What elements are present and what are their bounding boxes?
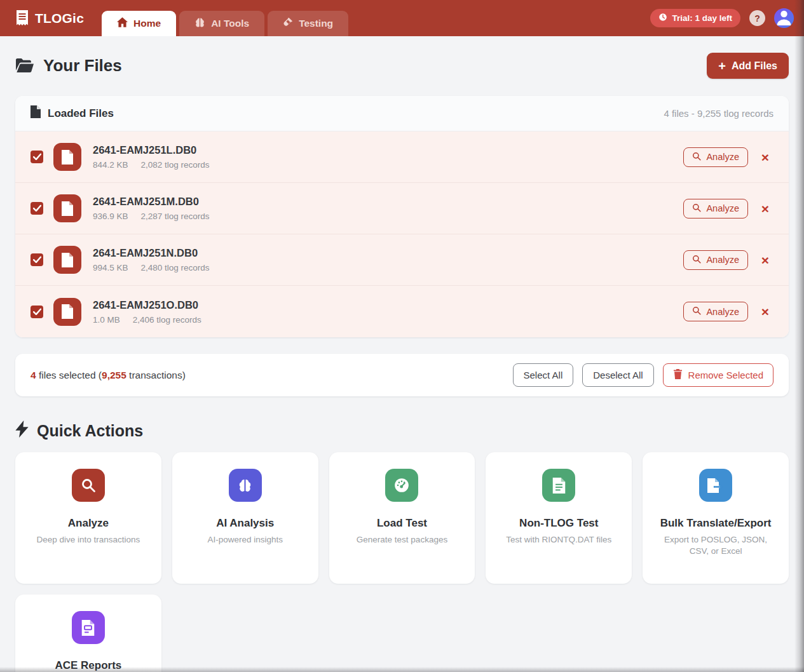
file-records: 2,082 tlog records xyxy=(141,160,210,170)
check-icon xyxy=(33,151,41,163)
remove-selected-button[interactable]: Remove Selected xyxy=(663,363,773,387)
file-records: 2,480 tlog records xyxy=(141,263,210,272)
close-icon: × xyxy=(761,304,769,319)
plus-icon: + xyxy=(718,60,726,72)
file-checkbox[interactable] xyxy=(31,306,43,318)
report-icon xyxy=(72,611,105,644)
file-name: 2641-EAMJ251L.DB0 xyxy=(93,144,210,156)
search-icon xyxy=(692,152,701,163)
file-type-icon xyxy=(53,298,81,326)
brain-icon xyxy=(194,17,205,30)
file-lines-icon xyxy=(542,469,575,502)
page-title: Your Files xyxy=(15,56,122,76)
folder-open-icon xyxy=(15,58,34,74)
file-size: 994.5 KB xyxy=(93,263,128,272)
select-all-button[interactable]: Select All xyxy=(513,363,574,387)
file-icon xyxy=(31,105,41,121)
app-logo: TLOGic xyxy=(9,10,90,27)
loaded-files-title: Loaded Files xyxy=(48,107,114,120)
loaded-files-summary: 4 files - 9,255 tlog records xyxy=(664,108,773,119)
quick-actions-title: Quick Actions xyxy=(15,420,789,441)
deselect-all-button[interactable]: Deselect All xyxy=(582,363,653,387)
trash-icon xyxy=(673,369,683,381)
tab-home[interactable]: Home xyxy=(102,11,176,36)
bolt-icon xyxy=(15,420,29,441)
question-icon: ? xyxy=(754,13,760,24)
close-icon: × xyxy=(761,150,769,165)
help-button[interactable]: ? xyxy=(749,10,765,26)
brain-icon xyxy=(229,469,262,502)
loaded-files-card: Loaded Files 4 files - 9,255 tlog record… xyxy=(15,96,789,337)
file-checkbox[interactable] xyxy=(31,151,43,163)
analyze-button[interactable]: Analyze xyxy=(683,199,748,218)
remove-file-button[interactable]: × xyxy=(757,200,773,217)
gauge-icon xyxy=(385,469,418,502)
file-row: 2641-EAMJ251M.DB0 936.9 KB 2,287 tlog re… xyxy=(15,183,789,234)
test-tube-icon xyxy=(283,17,293,30)
file-name: 2641-EAMJ251M.DB0 xyxy=(93,196,210,208)
analyze-button[interactable]: Analyze xyxy=(683,250,748,270)
analyze-button[interactable]: Analyze xyxy=(683,302,748,321)
file-name: 2641-EAMJ251N.DB0 xyxy=(93,247,210,259)
file-row: 2641-EAMJ251N.DB0 994.5 KB 2,480 tlog re… xyxy=(15,234,789,286)
check-icon xyxy=(33,254,41,265)
main-content: Your Files + Add Files Loaded Files 4 fi… xyxy=(0,36,804,672)
quick-action-ai-analysis[interactable]: AI Analysis AI-powered insights xyxy=(172,452,318,584)
quick-action-non-tlog-test[interactable]: Non-TLOG Test Test with RIONTQ.DAT files xyxy=(486,452,632,584)
file-name: 2641-EAMJ251O.DB0 xyxy=(93,299,201,311)
quick-action-load-test[interactable]: Load Test Generate test packages xyxy=(329,452,475,584)
header-right: Trial: 1 day left ? xyxy=(650,8,794,28)
file-checkbox[interactable] xyxy=(31,253,43,266)
receipt-icon xyxy=(15,10,29,27)
quick-action-ace-reports[interactable]: ACE Reports Generate POS system reports xyxy=(15,595,161,672)
file-records: 2,406 tlog records xyxy=(133,315,201,325)
app-title: TLOGic xyxy=(35,11,84,26)
check-icon xyxy=(33,306,41,318)
tab-testing[interactable]: Testing xyxy=(268,11,348,36)
remove-file-button[interactable]: × xyxy=(757,304,773,320)
file-type-icon xyxy=(53,246,81,274)
user-icon xyxy=(774,8,794,28)
trial-badge: Trial: 1 day left xyxy=(650,9,740,27)
quick-actions-grid: Analyze Deep dive into transactions AI A… xyxy=(15,452,789,672)
quick-action-bulk-translate-export[interactable]: Bulk Translate/Export Export to POSLOG, … xyxy=(643,452,789,584)
file-row: 2641-EAMJ251L.DB0 844.2 KB 2,082 tlog re… xyxy=(15,131,789,183)
search-icon xyxy=(692,203,701,214)
main-nav: Home AI Tools Testing xyxy=(102,11,348,36)
home-icon xyxy=(117,17,128,30)
search-icon xyxy=(72,469,105,502)
close-icon: × xyxy=(761,253,769,267)
transaction-count: 9,255 xyxy=(102,370,126,380)
file-type-icon xyxy=(53,194,81,222)
selection-summary: 4 files selected (9,255 transactions) xyxy=(31,370,186,381)
avatar[interactable] xyxy=(774,8,794,28)
file-size: 844.2 KB xyxy=(93,160,128,170)
file-row: 2641-EAMJ251O.DB0 1.0 MB 2,406 tlog reco… xyxy=(15,286,789,337)
file-type-icon xyxy=(53,143,81,171)
analyze-button[interactable]: Analyze xyxy=(683,147,748,167)
app-header: TLOGic Home AI Tools xyxy=(0,0,804,36)
selection-bar: 4 files selected (9,255 transactions) Se… xyxy=(15,354,789,396)
selected-count: 4 xyxy=(31,370,36,380)
file-records: 2,287 tlog records xyxy=(141,212,210,221)
file-size: 1.0 MB xyxy=(93,315,120,325)
search-icon xyxy=(692,255,701,265)
tab-ai-tools[interactable]: AI Tools xyxy=(179,11,264,36)
remove-file-button[interactable]: × xyxy=(757,149,773,165)
search-icon xyxy=(692,306,701,317)
check-icon xyxy=(33,203,41,214)
file-checkbox[interactable] xyxy=(31,202,43,215)
add-files-button[interactable]: + Add Files xyxy=(707,53,789,79)
file-size: 936.9 KB xyxy=(93,212,128,221)
loaded-files-header: Loaded Files 4 files - 9,255 tlog record… xyxy=(15,96,789,131)
remove-file-button[interactable]: × xyxy=(757,252,773,268)
quick-action-analyze[interactable]: Analyze Deep dive into transactions xyxy=(15,452,161,584)
file-export-icon xyxy=(699,469,732,502)
close-icon: × xyxy=(761,201,769,216)
clock-icon xyxy=(658,13,667,24)
trial-badge-text: Trial: 1 day left xyxy=(672,13,732,23)
